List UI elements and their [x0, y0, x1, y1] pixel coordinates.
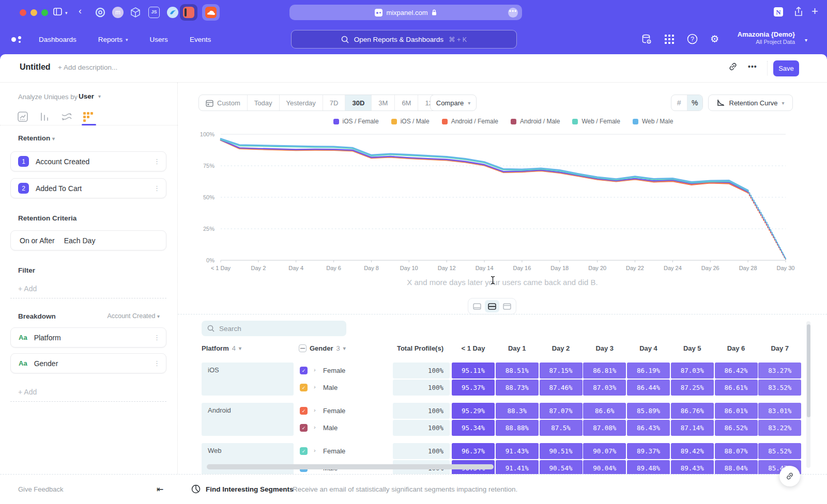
kebab-menu-icon[interactable]: ⋮ [154, 160, 160, 163]
sidebar-toggle-icon[interactable] [53, 8, 62, 15]
extension-bird-icon[interactable] [167, 7, 178, 18]
retention-value-cell[interactable]: 86.43% [627, 420, 670, 436]
nav-item-events[interactable]: Events [190, 36, 211, 43]
mixpanel-logo[interactable] [11, 36, 25, 43]
breakdown-platform-card[interactable]: Aa Platform ⋮ [10, 327, 166, 348]
expand-chevron-icon[interactable]: › [314, 447, 316, 453]
retention-value-cell[interactable]: 95.37% [452, 380, 495, 396]
expand-chevron-icon[interactable]: › [314, 424, 316, 430]
report-title[interactable]: Untitled [20, 62, 51, 72]
criteria-interval[interactable]: Each Day [64, 237, 96, 245]
column-header-day-5[interactable]: Day 5 [671, 340, 714, 356]
series-checkbox[interactable]: ✓ [300, 367, 308, 374]
retention-value-cell[interactable]: 90.51% [540, 443, 583, 459]
more-options-icon[interactable]: ••• [748, 62, 757, 71]
column-header-day-4[interactable]: Day 4 [627, 340, 670, 356]
tab-funnels[interactable] [39, 112, 51, 123]
retention-line-chart[interactable]: 0%25%50%75%100%< 1 DayDay 2Day 4Day 6Day… [178, 128, 827, 276]
retention-value-cell[interactable]: 83.52% [758, 380, 801, 396]
give-feedback-link[interactable]: Give Feedback [18, 485, 63, 493]
address-bar[interactable]: mixpanel.com ••• [289, 5, 522, 20]
retention-value-cell[interactable]: 89.48% [627, 460, 670, 474]
site-options-icon[interactable]: ••• [508, 8, 518, 18]
retention-value-cell[interactable]: 88.73% [496, 380, 539, 396]
retention-value-cell[interactable]: 83.22% [758, 420, 801, 436]
column-header-day-2[interactable]: Day 2 [540, 340, 583, 356]
retention-value-cell[interactable]: 87.08% [583, 420, 626, 436]
column-header-day-3[interactable]: Day 3 [583, 340, 626, 356]
tab-insights[interactable] [18, 112, 29, 123]
retention-value-cell[interactable]: 86.44% [627, 380, 670, 396]
share-link-fab[interactable] [779, 466, 800, 486]
series-checkbox[interactable]: ✓ [300, 447, 308, 455]
nav-item-dashboards[interactable]: Dashboards [39, 36, 76, 43]
retention-value-cell[interactable]: 89.43% [671, 460, 714, 474]
expand-chevron-icon[interactable]: › [314, 407, 316, 413]
retention-value-cell[interactable]: 87.25% [671, 380, 714, 396]
column-header--1-day[interactable]: < 1 Day [452, 340, 495, 356]
layout-table-focus-button[interactable] [500, 300, 514, 312]
tab-flows[interactable] [61, 112, 72, 123]
retention-value-cell[interactable]: 95.29% [452, 403, 495, 419]
range-30d[interactable]: 30D [345, 95, 372, 111]
extension-target-icon[interactable] [95, 7, 106, 18]
copy-link-icon[interactable] [728, 61, 738, 72]
series-checkbox[interactable]: ✓ [300, 384, 308, 391]
total-profiles-column-header[interactable]: Total Profile(s) [393, 340, 450, 356]
retention-value-cell[interactable]: 87.03% [671, 363, 714, 379]
expand-chevron-icon[interactable]: › [314, 384, 316, 390]
retention-value-cell[interactable]: 88.3% [496, 403, 539, 419]
add-filter-button[interactable]: + Add [10, 279, 166, 298]
extension-cube-icon[interactable] [130, 7, 141, 18]
range-3m[interactable]: 3M [372, 95, 395, 111]
retention-value-cell[interactable]: 91.43% [496, 443, 539, 459]
expand-chevron-icon[interactable]: › [314, 367, 316, 373]
legend-ios-female[interactable]: iOS / Female [333, 118, 379, 125]
back-button[interactable]: ‹ [79, 6, 82, 17]
kebab-menu-icon[interactable]: ⋮ [154, 362, 160, 365]
add-breakdown-button[interactable]: + Add [10, 382, 166, 402]
layout-split-button[interactable] [485, 300, 499, 312]
retention-value-cell[interactable]: 89.37% [627, 443, 670, 459]
minimize-window-button[interactable] [30, 9, 37, 16]
retention-value-cell[interactable]: 85.89% [627, 403, 670, 419]
retention-value-cell[interactable]: 87.46% [540, 380, 583, 396]
apps-grid-icon[interactable] [664, 34, 675, 44]
notion-tab-icon[interactable]: N [773, 7, 784, 17]
retention-step-2[interactable]: 2 Added To Cart ⋮ [10, 178, 166, 198]
kebab-menu-icon[interactable]: ⋮ [154, 187, 160, 190]
retention-value-cell[interactable]: 89.42% [671, 443, 714, 459]
retention-value-cell[interactable]: 86.42% [715, 363, 758, 379]
column-header-day-7[interactable]: Day 7 [758, 340, 801, 356]
global-search-button[interactable]: Open Reports & Dashboards ⌘ + K [291, 30, 517, 49]
retention-value-cell[interactable]: 86.19% [627, 363, 670, 379]
select-all-checkbox[interactable]: — [299, 344, 307, 352]
retention-value-cell[interactable]: 85.52% [758, 443, 801, 459]
collapse-sidebar-icon[interactable]: ⇤ [157, 484, 163, 494]
retention-value-cell[interactable]: 87.07% [540, 403, 583, 419]
retention-value-cell[interactable]: 87.03% [583, 380, 626, 396]
column-header-day-1[interactable]: Day 1 [496, 340, 539, 356]
retention-value-cell[interactable]: 95.11% [452, 363, 495, 379]
data-management-icon[interactable] [641, 34, 652, 45]
retention-value-cell[interactable]: 90.04% [583, 460, 626, 474]
column-header-day-6[interactable]: Day 6 [715, 340, 758, 356]
legend-android-male[interactable]: Android / Male [511, 118, 560, 125]
share-icon[interactable] [794, 7, 803, 17]
legend-web-female[interactable]: Web / Female [572, 118, 620, 125]
chevron-down-icon[interactable]: ▾ [65, 10, 68, 15]
layout-chart-focus-button[interactable] [470, 300, 484, 312]
retention-value-cell[interactable]: 83.27% [758, 363, 801, 379]
add-description-field[interactable]: + Add description... [58, 64, 117, 71]
analyze-entity-dropdown[interactable]: User [79, 92, 94, 100]
retention-value-cell[interactable]: 88.04% [715, 460, 758, 474]
unit-percent-toggle[interactable]: % [687, 95, 703, 111]
criteria-mode[interactable]: On or After [20, 237, 55, 245]
settings-gear-icon[interactable]: ⚙ [710, 33, 719, 45]
retention-value-cell[interactable]: 88.51% [496, 363, 539, 379]
retention-value-cell[interactable]: 91.41% [496, 460, 539, 474]
legend-web-male[interactable]: Web / Male [633, 118, 673, 125]
retention-value-cell[interactable]: 86.76% [671, 403, 714, 419]
find-segments-title[interactable]: Find Interesting Segments [206, 485, 294, 493]
retention-value-cell[interactable]: 90.07% [583, 443, 626, 459]
